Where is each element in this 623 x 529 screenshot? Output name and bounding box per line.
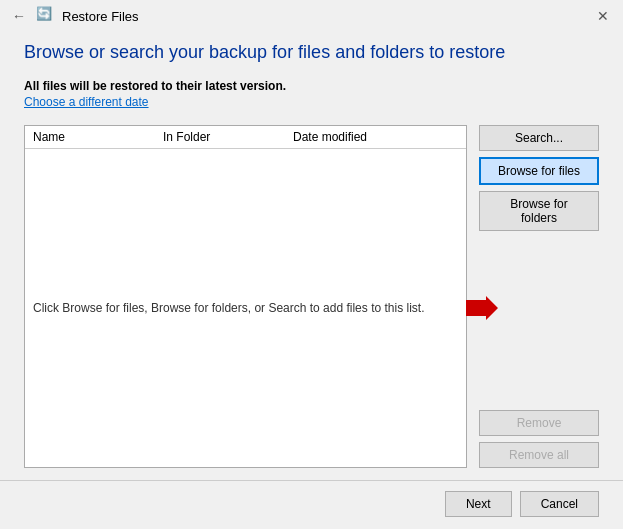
remove-button[interactable]: Remove bbox=[479, 410, 599, 436]
cancel-button[interactable]: Cancel bbox=[520, 491, 599, 517]
file-list-header: Name In Folder Date modified bbox=[25, 126, 466, 149]
search-button[interactable]: Search... bbox=[479, 125, 599, 151]
choose-date-link[interactable]: Choose a different date bbox=[24, 95, 599, 109]
file-list-container: Name In Folder Date modified Click Brows… bbox=[24, 125, 467, 468]
close-button[interactable]: ✕ bbox=[591, 6, 615, 26]
column-in-folder: In Folder bbox=[163, 130, 293, 144]
browse-files-button[interactable]: Browse for files bbox=[479, 157, 599, 185]
subtitle-text: All files will be restored to their late… bbox=[24, 79, 599, 93]
empty-message: Click Browse for files, Browse for folde… bbox=[33, 300, 424, 317]
restore-files-window: ← 🔄 Restore Files ✕ Browse or search you… bbox=[0, 0, 623, 529]
title-bar-left: ← 🔄 Restore Files bbox=[8, 6, 139, 26]
browse-folders-button[interactable]: Browse for folders bbox=[479, 191, 599, 231]
svg-marker-0 bbox=[466, 296, 498, 320]
next-button[interactable]: Next bbox=[445, 491, 512, 517]
title-bar: ← 🔄 Restore Files ✕ bbox=[0, 0, 623, 30]
page-title: Browse or search your backup for files a… bbox=[24, 42, 599, 63]
file-list-body: Click Browse for files, Browse for folde… bbox=[25, 149, 466, 467]
arrow-indicator bbox=[466, 296, 498, 320]
main-area: Name In Folder Date modified Click Brows… bbox=[24, 125, 599, 468]
column-name: Name bbox=[33, 130, 163, 144]
back-button[interactable]: ← bbox=[8, 6, 30, 26]
remove-all-button[interactable]: Remove all bbox=[479, 442, 599, 468]
window-title: Restore Files bbox=[62, 9, 139, 24]
window-icon: 🔄 bbox=[36, 6, 56, 26]
footer: Next Cancel bbox=[0, 480, 623, 529]
content-area: Browse or search your backup for files a… bbox=[0, 30, 623, 480]
button-spacer bbox=[479, 237, 599, 404]
column-date-modified: Date modified bbox=[293, 130, 458, 144]
